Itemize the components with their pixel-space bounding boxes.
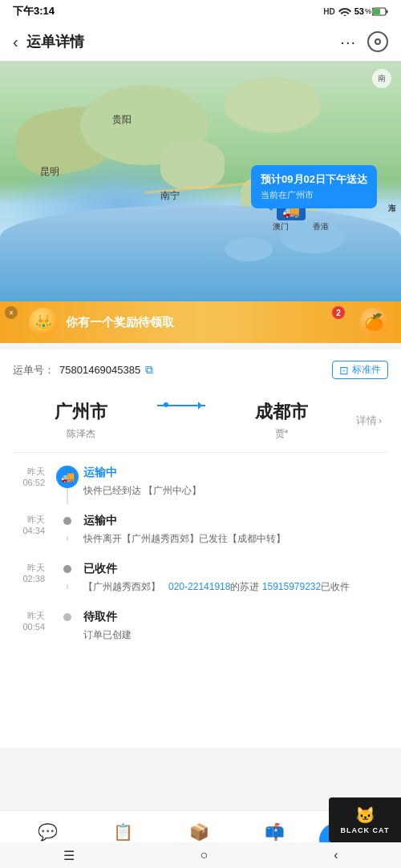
scan-button[interactable] [367,31,388,52]
timeline-dot-2 [63,565,71,573]
to-contact: 贾* [213,427,350,441]
sys-back-button[interactable]: ‹ [334,848,338,862]
arrow-dot [164,402,168,407]
timeline-line-2 [67,584,68,589]
waybill-number: 75801469045385 [59,364,140,376]
to-city: 成都市 贾* [213,400,350,441]
time-hour-3: 00:54 [13,622,45,632]
hd-icon: HD [323,7,334,16]
map-area: 贵阳 南宁 昆明 澳门 香港 东海 预计09月02日下午送达 当前在广州市 南 [0,61,401,301]
map-land-3 [160,141,225,189]
banner-icon: 👑 [29,308,58,337]
timeline-status-0: 运输中 [83,466,388,480]
banner-text: 你有一个奖励待领取 [66,315,353,330]
timeline-desc-0: 快件已经到达 【广州中心】 [83,483,388,498]
cat-text: BLACK CAT [341,826,390,834]
map-sea-2 [225,237,273,261]
route-row: 广州市 陈泽杰 成都市 贾* 详情 › [13,392,388,453]
timeline-content-0: 运输中 快件已经到达 【广州中心】 [83,466,388,498]
scan-icon [375,38,381,45]
timeline-desc-2: 【广州越秀西郊】 020-22141918的苏进 15915979232已收件 [83,579,388,594]
route-arrow [149,400,213,406]
waybill-label: 运单号： [13,363,55,377]
timeline-desc-1: 快件离开【广州越秀西郊】已发往【成都中转】 [83,531,388,546]
waybill-row: 运单号： 75801469045385 ⧉ ⊡ 标准件 [13,361,388,379]
from-contact: 陈泽杰 [13,427,149,441]
delivery-icon: 📫 [265,822,285,842]
timeline-status-1: 运输中 [83,514,388,528]
timeline-item-3: 昨天 00:54 待取件 订单已创建 [13,610,388,642]
timeline-time-2: 昨天 02:38 [13,562,51,583]
nav-bar: ‹ 运单详情 ··· [0,22,401,61]
phone-link-2[interactable]: 15915979232 [262,581,321,592]
map-label-guiyang: 贵阳 [112,113,132,127]
timeline-dot-0: 🚚 [56,466,79,488]
map-label-kunming: 昆明 [40,165,59,179]
time-hour-2: 02:38 [13,574,45,583]
svg-rect-3 [373,9,380,14]
timeline-desc-3: 订单已创建 [83,628,388,642]
nav-actions: ··· [340,31,388,52]
banner-badge: 2 [332,306,345,319]
detail-button[interactable]: 详情 › [350,414,388,428]
promo-banner[interactable]: × 👑 你有一个奖励待领取 2 🍊 [0,301,401,343]
timeline-content-1: 运输中 快件离开【广州越秀西郊】已发往【成都中转】 [83,514,388,546]
follow-icon: 📋 [113,822,133,842]
map-label-hongkong: 香港 [313,221,329,232]
back-button[interactable]: ‹ [13,33,18,51]
delivery-bubble-main: 预计09月02日下午送达 [261,172,367,188]
time-day-1: 昨天 [13,514,45,526]
service-icon: 💬 [38,822,58,842]
map-label-nanning: 南宁 [160,189,180,203]
timeline: 昨天 06:52 🚚 运输中 快件已经到达 【广州中心】 昨天 04:34 [13,453,388,664]
timeline-item-2: 昨天 02:38 已收件 【广州越秀西郊】 020-22141918的苏进 15… [13,562,388,594]
timeline-time-0: 昨天 06:52 [13,466,51,487]
chevron-right-icon: › [379,415,382,426]
from-city-name: 广州市 [13,400,149,424]
wifi-icon [338,6,351,16]
banner-right-icon: 🍊 [359,308,388,337]
phone-link-1[interactable]: 020-22141918 [168,581,230,592]
timeline-content-2: 已收件 【广州越秀西郊】 020-22141918的苏进 15915979232… [83,562,388,594]
timeline-status-3: 待取件 [83,610,388,624]
timeline-content-3: 待取件 订单已创建 [83,610,388,642]
time-day-3: 昨天 [13,610,45,622]
complaint-icon: 📦 [189,822,209,842]
timeline-line-0 [67,488,68,504]
content-card: 运单号： 75801469045385 ⧉ ⊡ 标准件 广州市 陈泽杰 成都市 … [0,349,401,748]
map-sea [0,205,401,301]
map-label-macao: 澳门 [273,221,289,232]
waybill-left: 运单号： 75801469045385 ⧉ [13,363,153,377]
from-city: 广州市 陈泽杰 [13,400,149,441]
timeline-dot-area-0: 🚚 [51,466,83,488]
timeline-time-3: 昨天 00:54 [13,610,51,632]
standard-icon: ⊡ [339,364,349,377]
timeline-status-2: 已收件 [83,562,388,576]
timeline-line-1 [67,536,68,541]
time-hour-1: 04:34 [13,526,45,535]
compass-icon: 南 [372,69,391,88]
standard-badge: ⊡ 标准件 [332,361,388,379]
bottom-spacer [13,664,388,748]
more-button[interactable]: ··· [340,33,356,51]
timeline-item-0: 昨天 06:52 🚚 运输中 快件已经到达 【广州中心】 [13,466,388,498]
timeline-time-1: 昨天 04:34 [13,514,51,535]
standard-label: 标准件 [352,363,381,377]
arrow-line [157,405,205,406]
banner-close-button[interactable]: × [5,306,18,319]
timeline-dot-3 [63,613,71,621]
delivery-bubble: 预计09月02日下午送达 当前在广州市 [251,165,377,208]
sys-menu-button[interactable]: ☰ [63,848,75,863]
system-nav: ☰ ○ ‹ 🐱 BLACK CAT [0,842,401,868]
timeline-dot-1 [63,517,71,525]
status-icons: HD 53 % [323,6,388,16]
time-day-2: 昨天 [13,562,45,574]
svg-rect-2 [387,10,388,13]
timeline-item-1: 昨天 04:34 运输中 快件离开【广州越秀西郊】已发往【成都中转】 [13,514,388,546]
status-bar: 下午3:14 HD 53 % [0,0,401,22]
copy-button[interactable]: ⧉ [145,363,153,377]
map-land-4 [225,77,321,133]
sys-home-button[interactable]: ○ [200,848,209,862]
svg-point-0 [343,15,346,17]
delivery-bubble-sub: 当前在广州市 [261,188,367,203]
